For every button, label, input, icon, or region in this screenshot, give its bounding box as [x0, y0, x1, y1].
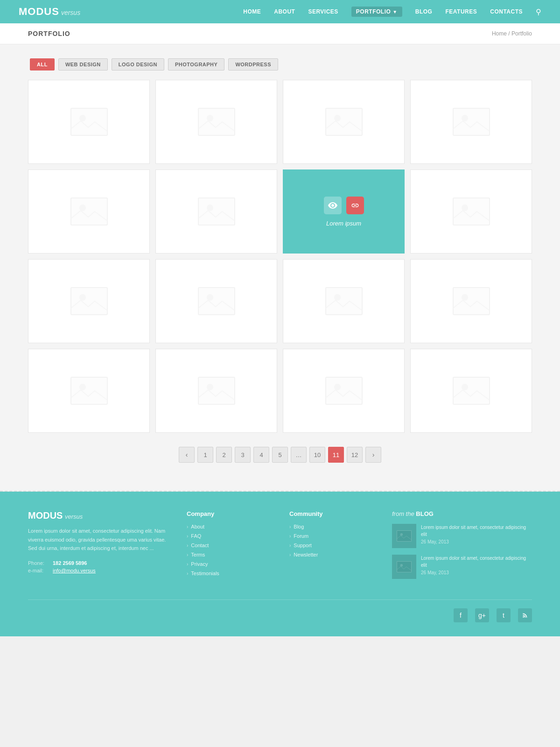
- portfolio-item[interactable]: [28, 80, 150, 164]
- nav-home[interactable]: HOME: [243, 8, 261, 15]
- footer-link-forum[interactable]: Forum: [294, 533, 308, 539]
- breadcrumb-home[interactable]: Home: [492, 30, 507, 37]
- filter-web-design[interactable]: WEB DESIGN: [58, 58, 108, 70]
- footer-link-contact[interactable]: Contact: [191, 543, 209, 548]
- placeholder-image: [325, 108, 363, 136]
- footer-link-blog[interactable]: Blog: [294, 524, 304, 529]
- nav-blog[interactable]: BLOG: [415, 8, 433, 15]
- portfolio-item[interactable]: [410, 80, 532, 164]
- footer-company-col: Company › About › FAQ › Contact › Terms: [187, 510, 271, 585]
- svg-rect-28: [453, 377, 490, 404]
- social-twitter-icon[interactable]: t: [497, 608, 511, 622]
- prev-page-button[interactable]: ‹: [179, 447, 195, 463]
- placeholder-image: [453, 197, 490, 226]
- filter-bar: ALL WEB DESIGN LOGO DESIGN PHOTOGRAPHY W…: [28, 58, 532, 70]
- blog-thumbnail: [392, 524, 416, 548]
- page-button-2[interactable]: 2: [216, 447, 232, 463]
- portfolio-item[interactable]: [155, 80, 277, 164]
- arrow-icon: ›: [187, 552, 188, 557]
- nav-contacts[interactable]: CONTACTS: [490, 8, 523, 15]
- nav-portfolio[interactable]: PORTFOLIO ▼: [351, 7, 402, 17]
- portfolio-item[interactable]: [410, 349, 532, 433]
- footer-blog-col: from the BLOG Lorem ipsum dolor sit amet…: [392, 510, 532, 585]
- footer-link-terms[interactable]: Terms: [191, 552, 205, 557]
- arrow-icon: ›: [187, 562, 188, 567]
- placeholder-image: [453, 108, 490, 136]
- svg-rect-12: [453, 198, 490, 225]
- filter-logo-design[interactable]: LOGO DESIGN: [112, 58, 164, 70]
- next-page-button[interactable]: ›: [365, 447, 381, 463]
- page-button-10[interactable]: 10: [309, 447, 325, 463]
- footer-link-faq[interactable]: FAQ: [191, 533, 201, 539]
- portfolio-item[interactable]: [410, 169, 532, 254]
- footer-blog-title: from the BLOG: [392, 510, 532, 517]
- svg-rect-30: [397, 530, 411, 541]
- footer-community-links: › Blog › Forum › Support › Newsletter: [289, 524, 373, 557]
- footer-company-links: › About › FAQ › Contact › Terms › Priv: [187, 524, 271, 576]
- portfolio-item[interactable]: [283, 349, 405, 433]
- portfolio-item[interactable]: [283, 80, 405, 164]
- placeholder-image: [325, 287, 363, 315]
- portfolio-item[interactable]: [28, 169, 150, 254]
- filter-wordpress[interactable]: WORDPRESS: [228, 58, 278, 70]
- page-button-5[interactable]: 5: [272, 447, 288, 463]
- placeholder-image: [453, 287, 490, 315]
- footer-email-link[interactable]: info@modu.versus: [53, 568, 96, 573]
- svg-rect-0: [71, 108, 107, 135]
- page-button-1[interactable]: 1: [197, 447, 213, 463]
- svg-point-21: [462, 294, 468, 301]
- footer-community-link-item: › Support: [289, 543, 373, 548]
- nav-features[interactable]: FEATURES: [445, 8, 477, 15]
- nav-about[interactable]: ABOUT: [274, 8, 295, 15]
- footer-link-about[interactable]: About: [191, 524, 204, 529]
- footer: MODUS versus Lorem ipsum dolor sit amet,…: [0, 492, 560, 636]
- footer-company-title: Company: [187, 510, 271, 517]
- portfolio-item[interactable]: [155, 349, 277, 433]
- search-icon[interactable]: ⚲: [536, 7, 541, 16]
- page-button-11[interactable]: 11: [328, 447, 344, 463]
- filter-all[interactable]: ALL: [30, 58, 55, 70]
- footer-link-testimonials[interactable]: Testimonials: [191, 571, 219, 576]
- svg-rect-22: [71, 377, 107, 404]
- blog-post-text: Lorem ipsum dolor sit amet, consectetur …: [421, 555, 532, 569]
- footer-company-link-item: › Terms: [187, 552, 271, 557]
- footer-link-newsletter[interactable]: Newsletter: [294, 552, 318, 557]
- footer-email-row: e-mail: info@modu.versus: [28, 568, 168, 573]
- footer-community-link-item: › Forum: [289, 533, 373, 539]
- social-facebook-icon[interactable]: f: [454, 608, 468, 622]
- filter-photography[interactable]: PHOTOGRAPHY: [168, 58, 224, 70]
- placeholder-image: [70, 377, 108, 405]
- portfolio-item[interactable]: [155, 259, 277, 343]
- svg-point-19: [334, 294, 341, 301]
- blog-post-item: Lorem ipsum dolor sit amet, consectetur …: [392, 524, 532, 548]
- portfolio-item[interactable]: [410, 259, 532, 343]
- page-button-12[interactable]: 12: [347, 447, 363, 463]
- placeholder-image: [70, 287, 108, 315]
- portfolio-grid: Lorem ipsum: [28, 80, 532, 433]
- portfolio-item[interactable]: [283, 259, 405, 343]
- svg-rect-32: [397, 561, 411, 572]
- social-rss-icon[interactable]: [518, 608, 532, 622]
- svg-rect-4: [326, 108, 362, 135]
- placeholder-image: [325, 377, 363, 405]
- footer-logo: MODUS versus: [28, 510, 168, 521]
- placeholder-image: [453, 377, 490, 405]
- footer-top: MODUS versus Lorem ipsum dolor sit amet,…: [28, 510, 532, 599]
- blog-post-content: Lorem ipsum dolor sit amet, consectetur …: [421, 524, 532, 548]
- main-nav: HOME ABOUT SERVICES PORTFOLIO ▼ BLOG FEA…: [243, 7, 541, 17]
- blog-post-date: 26 May, 2013: [421, 539, 532, 544]
- page-button-3[interactable]: 3: [235, 447, 251, 463]
- footer-link-privacy[interactable]: Privacy: [191, 561, 208, 567]
- portfolio-item[interactable]: [28, 259, 150, 343]
- svg-point-7: [462, 115, 468, 121]
- portfolio-item-hovered[interactable]: Lorem ipsum: [283, 169, 405, 254]
- link-button[interactable]: [346, 197, 364, 214]
- view-button[interactable]: [324, 197, 342, 214]
- social-googleplus-icon[interactable]: g+: [475, 608, 489, 622]
- footer-link-support[interactable]: Support: [294, 543, 312, 548]
- arrow-icon: ›: [289, 524, 291, 529]
- portfolio-item[interactable]: [28, 349, 150, 433]
- nav-services[interactable]: SERVICES: [308, 8, 338, 15]
- page-button-4[interactable]: 4: [253, 447, 269, 463]
- portfolio-item[interactable]: [155, 169, 277, 254]
